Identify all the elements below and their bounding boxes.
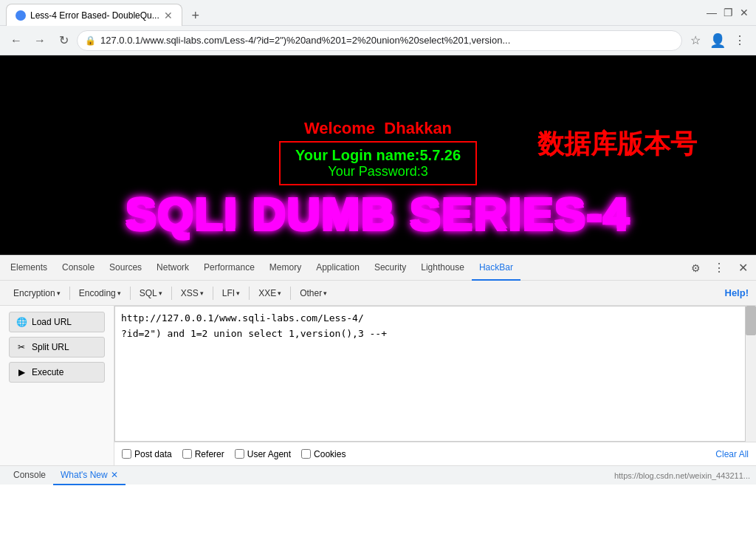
- tab-performance[interactable]: Performance: [196, 256, 262, 281]
- devtools-right-icons: ⚙ ⋮ ✕: [685, 258, 753, 278]
- close-window-button[interactable]: ✕: [738, 7, 750, 18]
- tab-sources[interactable]: Sources: [102, 256, 149, 281]
- devtools-close-button[interactable]: ✕: [732, 258, 753, 278]
- sep1: [69, 287, 70, 300]
- lfi-button[interactable]: LFI ▾: [216, 287, 246, 300]
- sep2: [130, 287, 131, 300]
- referer-input[interactable]: [182, 449, 192, 459]
- page-inner: Welcome Dhakkan Your Login name:5.7.26 Y…: [0, 55, 756, 255]
- window-controls: — ❐ ✕: [706, 7, 750, 18]
- post-data-input[interactable]: [122, 449, 131, 459]
- user-agent-checkbox[interactable]: User Agent: [235, 449, 291, 459]
- lfi-dropdown-arrow: ▾: [236, 290, 240, 297]
- lock-icon: 🔒: [85, 35, 96, 46]
- minimize-button[interactable]: —: [706, 7, 718, 18]
- tab-security[interactable]: Security: [367, 256, 413, 281]
- scrollbar-thumb: [746, 306, 756, 335]
- profile-button[interactable]: 👤: [707, 30, 728, 51]
- whats-new-close[interactable]: ✕: [111, 470, 118, 480]
- referer-checkbox[interactable]: Referer: [182, 449, 224, 459]
- sep3: [171, 287, 172, 300]
- login-box: Your Login name:5.7.26 Your Password:3: [279, 141, 477, 185]
- sql-dropdown-arrow: ▾: [159, 290, 162, 297]
- hackbar-sidebar: 🌐 Load URL ✂ Split URL ▶ Execute: [0, 306, 114, 465]
- devtools-tab-bar: Elements Console Sources Network Perform…: [0, 256, 756, 281]
- welcome-name: Dhakkan: [384, 119, 452, 137]
- load-url-button[interactable]: 🌐 Load URL: [9, 312, 105, 332]
- maximize-button[interactable]: ❐: [722, 7, 734, 18]
- reload-button[interactable]: ↻: [53, 30, 74, 51]
- cookies-input[interactable]: [301, 449, 311, 459]
- menu-button[interactable]: ⋮: [729, 30, 750, 51]
- hackbar-main: 🌐 Load URL ✂ Split URL ▶ Execute http://…: [0, 306, 756, 465]
- devtools-more-button[interactable]: ⋮: [709, 258, 729, 278]
- tab-console[interactable]: Console: [55, 256, 102, 281]
- tab-bar: Less-4 Error Based- DoubleQu... ✕ +: [6, 0, 706, 26]
- sqli-title: SQLI DUMB SERIES-4: [0, 188, 756, 240]
- nav-bar: ← → ↻ 🔒 127.0.0.1/www.sqli-labs.com/Less…: [0, 26, 756, 55]
- url-input-area: http://127.0.0.1/www.sqli-labs.com/Less-…: [114, 306, 756, 442]
- active-tab[interactable]: Less-4 Error Based- DoubleQu... ✕: [6, 4, 182, 26]
- hackbar-content: http://127.0.0.1/www.sqli-labs.com/Less-…: [114, 306, 756, 465]
- tab-title: Less-4 Error Based- DoubleQu...: [30, 10, 159, 21]
- page-content: Welcome Dhakkan Your Login name:5.7.26 Y…: [0, 55, 756, 255]
- login-password: Your Password:3: [295, 164, 461, 179]
- xxe-button[interactable]: XXE ▾: [252, 287, 287, 300]
- hackbar-toolbar: Encryption ▾ Encoding ▾ SQL ▾ XSS ▾ LFI …: [0, 281, 756, 306]
- bottom-bar: Console What's New ✕ https://blog.csdn.n…: [0, 465, 756, 485]
- tab-network[interactable]: Network: [149, 256, 196, 281]
- xss-dropdown-arrow: ▾: [200, 290, 204, 297]
- post-data-row: Post data Referer User Agent Cookies C: [114, 442, 756, 465]
- sep4: [213, 287, 213, 300]
- execute-icon: ▶: [16, 366, 27, 378]
- xss-button[interactable]: XSS ▾: [175, 287, 210, 300]
- tab-elements[interactable]: Elements: [3, 256, 55, 281]
- load-url-icon: 🌐: [16, 316, 27, 328]
- tab-hackbar[interactable]: HackBar: [472, 256, 520, 281]
- login-name: Your Login name:5.7.26: [295, 147, 461, 164]
- welcome-area: Welcome Dhakkan Your Login name:5.7.26 Y…: [279, 119, 477, 185]
- tab-memory[interactable]: Memory: [262, 256, 309, 281]
- tab-close-button[interactable]: ✕: [164, 10, 173, 21]
- cookies-checkbox[interactable]: Cookies: [301, 449, 346, 459]
- clear-all-button[interactable]: Clear All: [715, 449, 749, 459]
- devtools-settings-button[interactable]: ⚙: [685, 258, 706, 278]
- tab-application[interactable]: Application: [309, 256, 367, 281]
- sep5: [249, 287, 250, 300]
- address-bar[interactable]: 🔒 127.0.0.1/www.sqli-labs.com/Less-4/?id…: [77, 30, 682, 51]
- devtools: Elements Console Sources Network Perform…: [0, 255, 756, 465]
- encoding-dropdown-arrow: ▾: [117, 290, 121, 297]
- title-bar: Less-4 Error Based- DoubleQu... ✕ + — ❐ …: [0, 0, 756, 26]
- post-data-checkbox[interactable]: Post data: [122, 449, 172, 459]
- url-scrollbar[interactable]: [746, 306, 756, 442]
- xxe-dropdown-arrow: ▾: [278, 290, 281, 297]
- address-text: 127.0.0.1/www.sqli-labs.com/Less-4/?id=2…: [100, 35, 674, 46]
- bottom-tab-console[interactable]: Console: [6, 466, 53, 485]
- bookmark-button[interactable]: ☆: [685, 30, 706, 51]
- user-agent-input[interactable]: [235, 449, 244, 459]
- new-tab-button[interactable]: +: [185, 5, 206, 26]
- bottom-url-hint: https://blog.csdn.net/weixin_443211...: [614, 471, 750, 480]
- execute-button[interactable]: ▶ Execute: [9, 362, 105, 383]
- encoding-button[interactable]: Encoding ▾: [73, 287, 127, 300]
- welcome-text: Welcome Dhakkan: [279, 119, 477, 138]
- nav-icons-right: ☆ 👤 ⋮: [685, 30, 750, 51]
- tab-lighthouse[interactable]: Lighthouse: [413, 256, 472, 281]
- bottom-tab-whats-new[interactable]: What's New ✕: [53, 466, 126, 485]
- other-button[interactable]: Other ▾: [294, 287, 333, 300]
- sep6: [290, 287, 291, 300]
- forward-button[interactable]: →: [30, 30, 50, 51]
- help-link[interactable]: Help!: [725, 287, 749, 298]
- sql-button[interactable]: SQL ▾: [134, 287, 168, 300]
- url-textarea[interactable]: http://127.0.0.1/www.sqli-labs.com/Less-…: [114, 306, 746, 442]
- split-url-icon: ✂: [16, 341, 27, 353]
- tab-favicon: [16, 10, 26, 21]
- encryption-button[interactable]: Encryption ▾: [7, 287, 66, 300]
- encryption-dropdown-arrow: ▾: [57, 290, 61, 297]
- back-button[interactable]: ←: [6, 30, 27, 51]
- split-url-button[interactable]: ✂ Split URL: [9, 337, 105, 357]
- other-dropdown-arrow: ▾: [323, 290, 327, 297]
- chinese-label: 数据库版本号: [537, 126, 697, 162]
- browser-frame: Less-4 Error Based- DoubleQu... ✕ + — ❐ …: [0, 0, 756, 534]
